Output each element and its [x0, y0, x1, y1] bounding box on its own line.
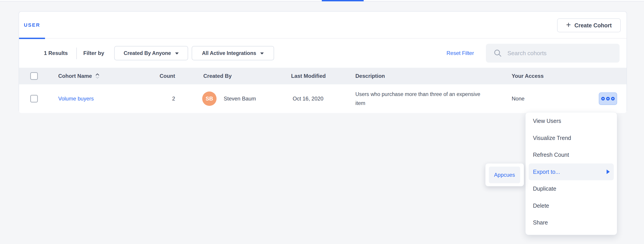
plus-icon: +: [566, 21, 571, 29]
filter-by-label: Filter by: [83, 39, 104, 68]
chevron-down-icon: [175, 53, 179, 55]
create-cohort-button[interactable]: + Create Cohort: [557, 18, 621, 32]
cohorts-card: USER + Create Cohort 1 Results Filter by…: [18, 11, 627, 113]
menu-item-visualize-trend[interactable]: Visualize Trend: [526, 130, 617, 147]
search-box: [486, 44, 620, 63]
avatar: SB: [202, 92, 216, 106]
cohort-name-link[interactable]: Volume buyers: [58, 96, 94, 102]
row-checkbox[interactable]: [30, 95, 38, 103]
header-description: Description: [355, 68, 481, 84]
description-cell: Users who purchase more than three of an…: [355, 90, 481, 108]
header-count: Count: [154, 68, 175, 84]
table-row: Volume buyers 2 SB Steven Baum Oct 16, 2…: [19, 84, 626, 113]
menu-item-delete[interactable]: Delete: [526, 197, 617, 214]
tab-user[interactable]: USER: [19, 12, 45, 39]
active-tab-indicator: [322, 0, 364, 1]
filter-divider: [76, 48, 77, 59]
menu-item-export-to-label: Export to...: [533, 169, 560, 175]
your-access-cell: None: [512, 84, 524, 113]
submenu-arrow-icon: [606, 169, 610, 174]
table-header: Cohort Name Count Created By Last Modifi…: [19, 68, 626, 84]
created-by-dropdown-value: Created By Anyone: [124, 50, 171, 56]
dot-icon: [606, 97, 610, 100]
created-by-dropdown[interactable]: Created By Anyone: [114, 46, 188, 60]
export-submenu: Appcues: [485, 163, 524, 186]
header-created-by: Created By: [203, 68, 232, 84]
sort-icon: [95, 73, 100, 79]
last-modified-cell: Oct 16, 2020: [293, 84, 323, 113]
submenu-item-appcues[interactable]: Appcues: [489, 167, 520, 183]
header-cohort-name[interactable]: Cohort Name: [58, 68, 100, 84]
cohorts-page: USER + Create Cohort 1 Results Filter by…: [0, 0, 644, 244]
cohort-count: 2: [154, 84, 175, 113]
select-all-checkbox[interactable]: [30, 72, 38, 80]
created-by-cell: SB Steven Baum: [202, 84, 256, 113]
header-your-access: Your Access: [512, 68, 544, 84]
dot-icon: [601, 97, 605, 100]
dot-icon: [611, 97, 615, 100]
filter-bar: 1 Results Filter by Created By Anyone Al…: [19, 39, 626, 68]
results-count: 1 Results: [44, 39, 68, 68]
created-by-name: Steven Baum: [224, 96, 256, 102]
integrations-dropdown[interactable]: All Active Integrations: [192, 46, 274, 60]
row-actions-button[interactable]: [599, 92, 617, 105]
search-input[interactable]: [507, 50, 606, 57]
menu-item-view-users[interactable]: View Users: [526, 113, 617, 130]
top-chrome-bar: [0, 0, 644, 1]
integrations-dropdown-value: All Active Integrations: [202, 50, 256, 56]
menu-item-refresh-count[interactable]: Refresh Count: [526, 146, 617, 163]
header-last-modified: Last Modified: [291, 68, 326, 84]
menu-item-share[interactable]: Share: [526, 214, 617, 231]
row-actions-menu: View Users Visualize Trend Refresh Count…: [525, 112, 617, 235]
chevron-down-icon: [260, 53, 264, 55]
create-cohort-label: Create Cohort: [574, 22, 612, 29]
menu-item-export-to[interactable]: Export to...: [529, 163, 614, 180]
menu-item-duplicate[interactable]: Duplicate: [526, 180, 617, 197]
reset-filter-link[interactable]: Reset Filter: [446, 39, 474, 68]
search-icon: [494, 49, 502, 57]
tab-user-label: USER: [24, 22, 40, 28]
tab-bar: USER + Create Cohort: [19, 12, 626, 39]
